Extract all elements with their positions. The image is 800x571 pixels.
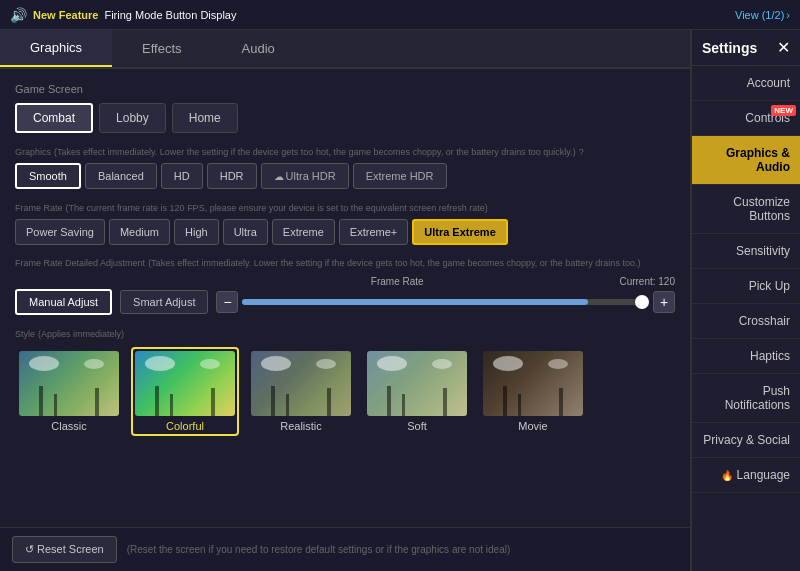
sidebar-item-account[interactable]: Account [692, 66, 800, 101]
style-movie-thumb [483, 351, 583, 416]
banner-left: 🔊 New Feature Firing Mode Button Display [10, 7, 236, 23]
mode-combat-button[interactable]: Combat [15, 103, 93, 133]
sidebar: Settings ✕ Account NEW Controls Graphics… [690, 30, 800, 571]
fps-power-saving-button[interactable]: Power Saving [15, 219, 105, 245]
fps-extreme-button[interactable]: Extreme [272, 219, 335, 245]
game-mode-group: Combat Lobby Home [15, 103, 675, 133]
frame-detail-label: Frame Rate Detailed Adjustment (Takes ef… [15, 255, 675, 270]
fps-ultra-button[interactable]: Ultra [223, 219, 268, 245]
sidebar-item-graphics-audio[interactable]: Graphics & Audio [692, 136, 800, 185]
settings-content: Game Screen Combat Lobby Home Graphics (… [0, 69, 690, 527]
style-soft-thumb [367, 351, 467, 416]
new-feature-label: New Feature [33, 9, 98, 21]
framerate-group: Power Saving Medium High Ultra Extreme E… [15, 219, 675, 245]
tab-audio[interactable]: Audio [212, 30, 305, 67]
smart-adjust-button[interactable]: Smart Adjust [120, 290, 208, 314]
slider-plus-button[interactable]: + [653, 291, 675, 313]
style-realistic-card[interactable]: Realistic [247, 347, 355, 436]
frame-rate-label-text: Frame Rate [15, 203, 63, 213]
slider-minus-button[interactable]: − [216, 291, 238, 313]
adjust-group: Manual Adjust Smart Adjust − + [15, 289, 675, 315]
reset-desc: (Reset the screen if you need to restore… [127, 544, 511, 555]
tab-effects[interactable]: Effects [112, 30, 212, 67]
quality-hd-button[interactable]: HD [161, 163, 203, 189]
style-label: Style (Applies immediately) [15, 327, 675, 339]
view-button[interactable]: View (1/2) › [735, 9, 790, 21]
mode-home-button[interactable]: Home [172, 103, 238, 133]
speaker-icon: 🔊 [10, 7, 27, 23]
style-classic-card[interactable]: Classic [15, 347, 123, 436]
new-badge-controls: NEW [771, 105, 796, 116]
fps-high-button[interactable]: High [174, 219, 219, 245]
style-group: Classic Colorful Rea [15, 347, 675, 436]
tower-8 [286, 394, 289, 416]
tower-5 [170, 394, 173, 416]
feature-title: Firing Mode Button Display [104, 9, 236, 21]
sidebar-item-controls[interactable]: NEW Controls [692, 101, 800, 136]
quality-ultra-hdr-button[interactable]: ☁Ultra HDR [261, 163, 349, 189]
quality-balanced-button[interactable]: Balanced [85, 163, 157, 189]
sidebar-item-language[interactable]: 🔥 Language [692, 458, 800, 493]
style-soft-card[interactable]: Soft [363, 347, 471, 436]
slider-container: − + [216, 291, 675, 313]
cloud-icon: ☁ [274, 171, 284, 182]
top-banner: 🔊 New Feature Firing Mode Button Display… [0, 0, 800, 30]
style-realistic-label: Realistic [280, 420, 322, 432]
style-movie-label: Movie [518, 420, 547, 432]
tower-6 [211, 388, 215, 416]
frame-rate-info: Frame Rate Current: 120 [15, 276, 675, 287]
frame-rate-current: Current: 120 [619, 276, 675, 287]
style-realistic-thumb [251, 351, 351, 416]
help-icon[interactable]: ? [579, 147, 584, 157]
sidebar-item-customize-buttons[interactable]: Customize Buttons [692, 185, 800, 234]
quality-hdr-button[interactable]: HDR [207, 163, 257, 189]
content-area: Graphics Effects Audio Game Screen Comba… [0, 30, 690, 571]
slider-fill [242, 299, 588, 305]
sidebar-title: Settings [702, 40, 757, 56]
tower-4 [155, 386, 159, 416]
sidebar-item-pick-up[interactable]: Pick Up [692, 269, 800, 304]
tower-1 [39, 386, 43, 416]
slider-track[interactable] [242, 299, 649, 305]
reset-screen-button[interactable]: ↺ Reset Screen [12, 536, 117, 563]
tower-14 [518, 394, 521, 416]
frame-rate-label: Frame Rate (The current frame rate is 12… [15, 201, 675, 213]
tab-graphics[interactable]: Graphics [0, 30, 112, 67]
tower-12 [443, 388, 447, 416]
game-screen-title: Game Screen [15, 83, 675, 95]
fps-extreme-plus-button[interactable]: Extreme+ [339, 219, 408, 245]
graphics-label-text: Graphics [15, 147, 51, 157]
sidebar-item-haptics[interactable]: Haptics [692, 339, 800, 374]
tower-15 [559, 388, 563, 416]
sidebar-header: Settings ✕ [692, 30, 800, 66]
tabs-bar: Graphics Effects Audio [0, 30, 690, 69]
sidebar-item-sensitivity[interactable]: Sensitivity [692, 234, 800, 269]
sidebar-item-crosshair[interactable]: Crosshair [692, 304, 800, 339]
slider-thumb[interactable] [635, 295, 649, 309]
tower-9 [327, 388, 331, 416]
style-classic-thumb [19, 351, 119, 416]
tower-11 [402, 394, 405, 416]
style-colorful-card[interactable]: Colorful [131, 347, 239, 436]
quality-smooth-button[interactable]: Smooth [15, 163, 81, 189]
sidebar-item-push-notifications[interactable]: Push Notifications [692, 374, 800, 423]
style-colorful-label: Colorful [166, 420, 204, 432]
main-layout: Graphics Effects Audio Game Screen Comba… [0, 30, 800, 571]
graphics-label: Graphics (Takes effect immediately. Lowe… [15, 145, 675, 157]
close-button[interactable]: ✕ [777, 38, 790, 57]
style-movie-card[interactable]: Movie [479, 347, 587, 436]
mode-lobby-button[interactable]: Lobby [99, 103, 166, 133]
style-soft-label: Soft [407, 420, 427, 432]
sidebar-item-privacy-social[interactable]: Privacy & Social [692, 423, 800, 458]
manual-adjust-button[interactable]: Manual Adjust [15, 289, 112, 315]
flame-icon: 🔥 [721, 470, 733, 481]
fps-medium-button[interactable]: Medium [109, 219, 170, 245]
quality-extreme-hdr-button[interactable]: Extreme HDR [353, 163, 447, 189]
tower-3 [95, 388, 99, 416]
quality-group: Smooth Balanced HD HDR ☁Ultra HDR Extrem… [15, 163, 675, 189]
tower-13 [503, 386, 507, 416]
tower-10 [387, 386, 391, 416]
fps-ultra-extreme-button[interactable]: Ultra Extreme [412, 219, 508, 245]
frame-rate-desc: (The current frame rate is 120 FPS, plea… [66, 203, 488, 213]
bottom-bar: ↺ Reset Screen (Reset the screen if you … [0, 527, 690, 571]
